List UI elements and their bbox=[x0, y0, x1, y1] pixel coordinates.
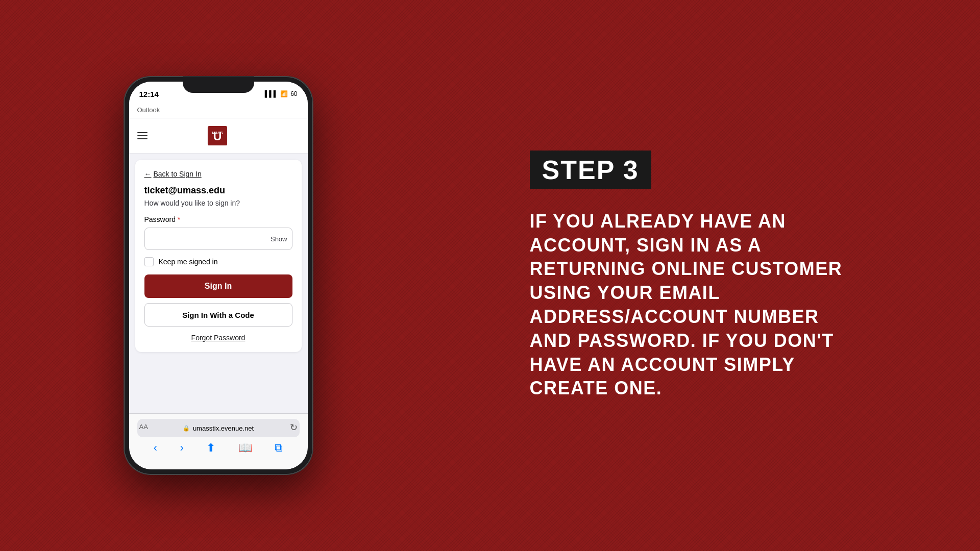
step-badge: STEP 3 bbox=[530, 151, 651, 189]
content-area: ← Back to Sign In ticket@umass.edu How w… bbox=[129, 154, 308, 417]
svg-text:MASS: MASS bbox=[212, 131, 223, 135]
status-time: 12:14 bbox=[139, 90, 159, 98]
umass-logo: U MASS bbox=[206, 124, 229, 147]
back-to-signin-link[interactable]: ← Back to Sign In bbox=[144, 170, 292, 178]
phone-shell: 12:14 ▌▌▌ 📶 60 Outlook bbox=[124, 77, 313, 474]
phone-notch bbox=[183, 77, 254, 93]
back-arrow-icon: ← bbox=[144, 170, 152, 178]
status-icons: ▌▌▌ 📶 60 bbox=[265, 90, 298, 97]
email-display: ticket@umass.edu bbox=[144, 185, 292, 196]
aa-text[interactable]: AA bbox=[139, 423, 148, 431]
lock-icon: 🔒 bbox=[183, 425, 190, 432]
app-bar: Outlook bbox=[129, 104, 308, 118]
back-navigation-icon[interactable]: ‹ bbox=[154, 441, 157, 455]
signal-icon: ▌▌▌ bbox=[265, 90, 278, 97]
forward-navigation-icon[interactable]: › bbox=[180, 441, 184, 455]
hamburger-menu-icon[interactable] bbox=[137, 132, 148, 139]
url-text: umasstix.evenue.net bbox=[193, 424, 254, 432]
sign-in-with-code-button[interactable]: Sign In With a Code bbox=[144, 303, 292, 327]
signin-prompt: How would you like to sign in? bbox=[144, 199, 292, 207]
phone-mockup: 12:14 ▌▌▌ 📶 60 Outlook bbox=[124, 77, 313, 474]
forgot-password-link[interactable]: Forgot Password bbox=[144, 334, 292, 342]
refresh-icon[interactable]: ↻ bbox=[290, 422, 298, 433]
battery-icon: 60 bbox=[290, 90, 297, 97]
sign-in-button[interactable]: Sign In bbox=[144, 274, 292, 298]
browser-bar: AA 🔒 umasstix.evenue.net ↻ ‹ › ⬆ 📖 ⧉ bbox=[129, 413, 308, 469]
keep-signed-row: Keep me signed in bbox=[144, 257, 292, 266]
bookmarks-icon[interactable]: 📖 bbox=[238, 441, 252, 455]
browser-actions: ‹ › ⬆ 📖 ⧉ bbox=[137, 441, 300, 455]
share-icon[interactable]: ⬆ bbox=[206, 441, 215, 455]
signin-card: ← Back to Sign In ticket@umass.edu How w… bbox=[135, 160, 302, 352]
keep-signed-checkbox[interactable] bbox=[144, 257, 154, 266]
keep-signed-label: Keep me signed in bbox=[159, 258, 218, 266]
password-field-wrap: Show bbox=[144, 228, 292, 250]
password-label: Password * bbox=[144, 215, 292, 223]
wifi-icon: 📶 bbox=[280, 90, 288, 97]
app-name-label: Outlook bbox=[137, 106, 160, 114]
show-password-button[interactable]: Show bbox=[271, 235, 287, 243]
back-link-label: Back to Sign In bbox=[154, 170, 202, 178]
phone-screen: 12:14 ▌▌▌ 📶 60 Outlook bbox=[129, 82, 308, 469]
right-content: STEP 3 IF YOU ALREADY HAVE AN ACCOUNT, S… bbox=[499, 130, 887, 421]
top-nav: U MASS bbox=[129, 118, 308, 154]
url-bar[interactable]: 🔒 umasstix.evenue.net bbox=[137, 419, 300, 437]
tabs-icon[interactable]: ⧉ bbox=[275, 441, 283, 455]
step-description: IF YOU ALREADY HAVE AN ACCOUNT, SIGN IN … bbox=[530, 210, 856, 400]
required-indicator: * bbox=[176, 215, 180, 223]
